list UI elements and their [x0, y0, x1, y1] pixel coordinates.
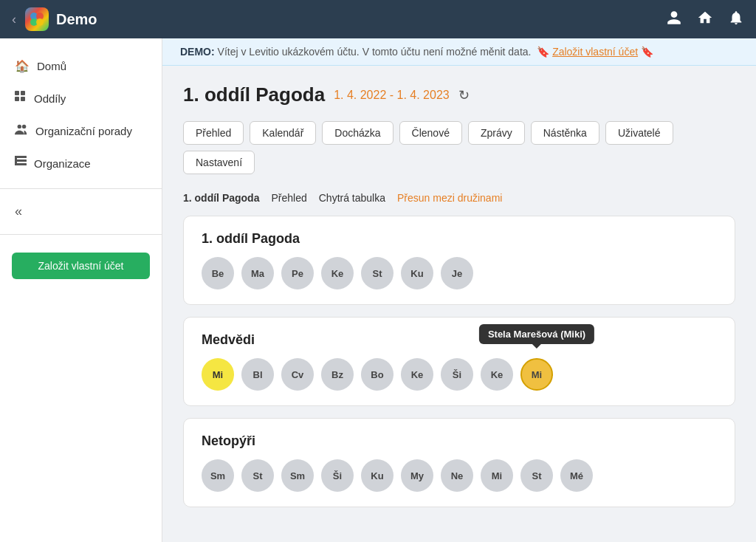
- content-area: DEMO: Vítej v Levitio ukázkovém účtu. V …: [162, 38, 756, 542]
- sidebar-label-org-porady: Organizační porady: [35, 125, 132, 137]
- back-button[interactable]: ‹: [12, 12, 16, 27]
- grid-icon: [15, 91, 27, 106]
- breadcrumb-prehled[interactable]: Přehled: [271, 192, 306, 204]
- avatar-hlavni-3[interactable]: Ke: [321, 257, 354, 289]
- sidebar-label-domu: Domů: [37, 60, 66, 72]
- group-card-medvedi: MedvědiMiBlCvBzBoKeŠiKeMiStela Marešová …: [183, 317, 735, 406]
- profile-icon[interactable]: [666, 10, 682, 30]
- avatar-hlavni-5[interactable]: Ku: [401, 257, 433, 289]
- avatar-netopyri-5[interactable]: My: [401, 459, 433, 492]
- group-title-netopyri: Netopýři: [202, 433, 717, 449]
- demo-banner-link[interactable]: Založit vlastní účet: [552, 46, 638, 58]
- org-icon: [15, 156, 27, 171]
- tab-prehled[interactable]: Přehled: [183, 121, 244, 145]
- avatar-medvedi-2[interactable]: Cv: [281, 358, 314, 391]
- avatar-hlavni-1[interactable]: Ma: [241, 257, 274, 289]
- avatars-row-netopyri: SmStSmŠiKuMyNeMiStMé: [202, 459, 717, 492]
- avatar-medvedi-8[interactable]: MiStela Marešová (Miki): [520, 358, 553, 391]
- sidebar-item-oddily[interactable]: Oddíly: [0, 82, 162, 114]
- breadcrumb-oddil[interactable]: 1. oddíl Pagoda: [183, 192, 259, 204]
- avatar-hlavni-0[interactable]: Be: [202, 257, 234, 289]
- avatar-medvedi-6[interactable]: Ši: [441, 358, 473, 391]
- page-date-range: 1. 4. 2022 - 1. 4. 2023: [334, 89, 450, 102]
- group-card-netopyri: NetopýřiSmStSmŠiKuMyNeMiStMé: [183, 418, 735, 507]
- avatars-row-hlavni: BeMaPeKeStKuJe: [202, 257, 717, 289]
- sidebar-item-organizace[interactable]: Organizace: [0, 147, 162, 179]
- sidebar-collapse-button[interactable]: «: [0, 198, 162, 225]
- tab-nastenka[interactable]: Nástěnka: [531, 121, 599, 145]
- breadcrumb-nav: 1. oddíl Pagoda Přehled Chytrá tabulka P…: [183, 192, 735, 204]
- app-title: Demo: [56, 11, 666, 28]
- home-icon[interactable]: [697, 10, 713, 30]
- group-title-medvedi: Medvědi: [202, 332, 717, 348]
- main-layout: 🏠 Domů Oddíly: [0, 38, 756, 542]
- top-nav: ‹ Demo: [0, 0, 756, 38]
- bell-icon[interactable]: [728, 10, 744, 30]
- avatar-netopyri-1[interactable]: St: [241, 459, 274, 492]
- svg-rect-6: [15, 97, 19, 101]
- svg-rect-4: [15, 91, 19, 95]
- avatar-medvedi-4[interactable]: Bo: [361, 358, 394, 391]
- page-title-row: 1. oddíl Pagoda 1. 4. 2022 - 1. 4. 2023 …: [183, 83, 735, 106]
- avatar-netopyri-7[interactable]: Mi: [481, 459, 513, 492]
- avatar-netopyri-6[interactable]: Ne: [441, 459, 473, 492]
- avatar-medvedi-7[interactable]: Ke: [481, 358, 513, 391]
- avatar-netopyri-2[interactable]: Sm: [281, 459, 314, 492]
- sidebar-label-organizace: Organizace: [34, 157, 91, 170]
- sidebar-divider: [0, 188, 162, 189]
- svg-point-3: [36, 18, 44, 26]
- breadcrumb-presun[interactable]: Přesun mezi družinami: [397, 192, 502, 204]
- avatar-medvedi-0[interactable]: Mi: [202, 358, 234, 391]
- avatar-netopyri-4[interactable]: Ku: [361, 459, 394, 492]
- tab-clenove[interactable]: Členové: [399, 121, 462, 145]
- groups-container: 1. oddíl PagodaBeMaPeKeStKuJeMedvědiMiBl…: [183, 216, 735, 507]
- avatar-netopyri-0[interactable]: Sm: [202, 459, 234, 492]
- group-title-hlavni: 1. oddíl Pagoda: [202, 231, 717, 247]
- tab-dochazka[interactable]: Docházka: [322, 121, 393, 145]
- avatar-medvedi-5[interactable]: Ke: [401, 358, 433, 391]
- sidebar: 🏠 Domů Oddíly: [0, 38, 162, 542]
- avatar-hlavni-2[interactable]: Pe: [281, 257, 314, 289]
- sidebar-item-domu[interactable]: 🏠 Domů: [0, 50, 162, 82]
- avatar-netopyri-8[interactable]: St: [520, 459, 553, 492]
- tab-kalendar[interactable]: Kalendář: [250, 121, 316, 145]
- demo-banner-text: Vítej v Levitio ukázkovém účtu. V tomto …: [218, 46, 532, 58]
- demo-banner-prefix: DEMO:: [180, 46, 215, 58]
- app-logo: [25, 7, 49, 31]
- sidebar-divider-2: [0, 234, 162, 235]
- nav-tabs: Přehled Kalendář Docházka Členové Zprávy…: [183, 121, 735, 174]
- tab-nastaveni[interactable]: Nastavení: [183, 151, 255, 174]
- avatar-hlavni-4[interactable]: St: [361, 257, 394, 289]
- home-sidebar-icon: 🏠: [15, 59, 30, 73]
- sidebar-label-oddily: Oddíly: [34, 92, 66, 105]
- demo-banner: DEMO: Vítej v Levitio ukázkovém účtu. V …: [162, 38, 756, 66]
- avatar-netopyri-3[interactable]: Ši: [321, 459, 354, 492]
- refresh-button[interactable]: ↻: [458, 87, 470, 103]
- people-icon: [15, 123, 28, 138]
- svg-rect-5: [21, 91, 25, 95]
- sidebar-item-org-porady[interactable]: Organizační porady: [0, 114, 162, 147]
- avatars-row-medvedi: MiBlCvBzBoKeŠiKeMiStela Marešová (Miki): [202, 358, 717, 391]
- breadcrumb-chytra[interactable]: Chytrá tabulka: [319, 192, 385, 204]
- avatar-netopyri-9[interactable]: Mé: [560, 459, 593, 492]
- page-title: 1. oddíl Pagoda: [183, 83, 325, 106]
- svg-point-8: [18, 125, 21, 128]
- page-content: 1. oddíl Pagoda 1. 4. 2022 - 1. 4. 2023 …: [162, 66, 756, 542]
- tab-uzivatele[interactable]: Uživatelé: [605, 121, 673, 145]
- group-card-hlavni: 1. oddíl PagodaBeMaPeKeStKuJe: [183, 216, 735, 305]
- avatar-medvedi-1[interactable]: Bl: [241, 358, 274, 391]
- top-nav-actions: [666, 10, 744, 30]
- tab-zpravy[interactable]: Zprávy: [468, 121, 525, 145]
- avatar-hlavni-6[interactable]: Je: [441, 257, 473, 289]
- svg-rect-13: [15, 156, 17, 165]
- create-account-button[interactable]: Založit vlastní účet: [12, 253, 150, 279]
- avatar-medvedi-3[interactable]: Bz: [321, 358, 354, 391]
- svg-rect-7: [21, 97, 25, 101]
- svg-point-9: [22, 125, 26, 128]
